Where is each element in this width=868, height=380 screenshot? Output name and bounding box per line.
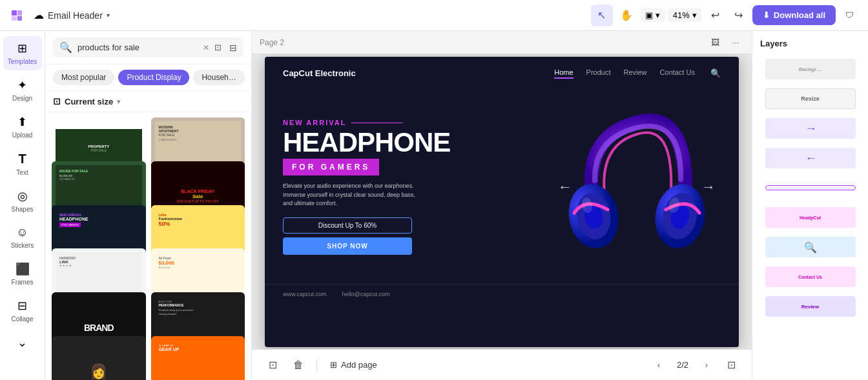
canvas-nav: CapCut Electronic Home Product Review Co… (265, 57, 739, 90)
templates-icon: ⊞ (17, 41, 27, 55)
page-save-button[interactable]: ⊡ (721, 355, 741, 375)
canvas-area: Page 2 🖼 ··· CapCut Electronic Home Prod… (252, 31, 752, 380)
sidebar-icons: ⊞ Templates ✦ Design ⬆ Upload T Text ◎ S… (0, 31, 45, 380)
sidebar-item-shapes[interactable]: ◎ Shapes (3, 184, 42, 218)
zoom-chevron-icon: ▾ (656, 10, 660, 20)
layer-search-preview: 🔍 (765, 237, 856, 257)
add-page-button[interactable]: ⊞ Add page (325, 357, 382, 372)
layer-item-line[interactable] (752, 174, 868, 202)
sidebar-item-frames[interactable]: ⬛ Frames (3, 257, 42, 291)
canvas-next-arrow[interactable]: → (701, 179, 716, 195)
design-icon: ✦ (17, 78, 27, 92)
canvas-nav-links: Home Product Review Contact Us (554, 68, 695, 79)
logo (8, 6, 26, 25)
sidebar-item-design[interactable]: ✦ Design (3, 73, 42, 107)
sidebar-item-collage[interactable]: ⊟ Collage (3, 294, 42, 328)
collage-icon: ⊟ (17, 299, 27, 313)
layer-bg-preview: Backgr… (765, 59, 856, 79)
layer-resize-preview: Resize (765, 88, 856, 109)
layer-item-review[interactable]: Review (752, 292, 868, 321)
template-thumb[interactable]: ★ GEAR UP GEAR UP (151, 336, 245, 380)
download-button[interactable]: ⬇ Download all (752, 5, 836, 25)
delete-page-button[interactable]: 🗑 (288, 355, 309, 375)
layer-item-search[interactable]: 🔍 (752, 233, 868, 261)
frame-selector[interactable]: ▣ ▾ (640, 8, 665, 23)
sidebar-item-label: Text (16, 169, 28, 176)
canvas-page: CapCut Electronic Home Product Review Co… (265, 57, 739, 347)
zoom-control[interactable]: 41% ▾ (668, 8, 702, 23)
layer-item-arrow-left[interactable]: ← (752, 144, 868, 172)
canvas-image-icon[interactable]: 🖼 (707, 34, 723, 51)
canvas-search-icon[interactable]: 🔍 (710, 68, 721, 78)
sidebar-item-templates[interactable]: ⊞ Templates (3, 36, 42, 70)
layer-contact-preview: Contact Us (765, 266, 856, 287)
undo-button[interactable]: ↩ (705, 5, 727, 26)
search-clear-button[interactable]: ✕ (203, 43, 209, 52)
canvas-nav-contact[interactable]: Contact Us (660, 68, 695, 79)
canvas-subheadline: FOR GAMERS (283, 159, 379, 175)
size-chevron-icon: ▾ (117, 98, 120, 105)
canvas-prev-arrow[interactable]: ← (558, 179, 572, 195)
discount-btn-label: Discount Up To 60% (318, 222, 377, 229)
canvas-discount-button[interactable]: Discount Up To 60% (283, 217, 412, 234)
hand-tool-button[interactable]: ✋ (615, 5, 637, 26)
layers-title: Layers (752, 39, 868, 55)
canvas-headline: HEADPHONE (283, 129, 540, 156)
next-page-button[interactable]: › (698, 356, 716, 374)
canvas-nav-product[interactable]: Product (586, 68, 611, 79)
filter-tag-household[interactable]: Househ… (193, 70, 244, 85)
sidebar-item-stickers[interactable]: ☺ Stickers (3, 221, 42, 254)
filter-tag-product-display[interactable]: Product Display (118, 70, 189, 85)
search-input[interactable] (78, 43, 198, 52)
doc-selector[interactable]: ☁ Email Header ▾ (34, 9, 110, 21)
layer-item-arrow-right[interactable]: → (752, 114, 868, 143)
search-icon: 🔍 (59, 41, 72, 54)
frames-icon: ⬛ (16, 262, 30, 276)
layer-item-background[interactable]: Backgr… (752, 55, 868, 83)
doc-name: Email Header (48, 10, 103, 21)
canvas-brand: CapCut Electronic (283, 68, 356, 78)
sidebar-item-upload[interactable]: ⬆ Upload (3, 110, 42, 144)
shield-button[interactable]: 🛡 (838, 5, 860, 26)
shapes-icon: ◎ (17, 189, 28, 203)
templates-grid: PROPERTY FOR SALE 🛏 4 🚿 3 📐 2 MODERN APA… (45, 112, 251, 380)
size-selector[interactable]: ⊡ Current size ▾ (45, 91, 251, 112)
canvas-shop-button[interactable]: SHOP NOW (283, 237, 412, 255)
image-search-icon[interactable]: ⊡ (214, 43, 222, 52)
canvas-nav-home[interactable]: Home (554, 68, 573, 79)
topbar: ☁ Email Header ▾ ↖ ✋ ▣ ▾ 41% ▾ ↩ ↪ ⬇ Dow… (0, 0, 868, 31)
arrival-line (351, 123, 403, 123)
layer-arrow-right-preview: → (765, 118, 856, 139)
canvas-more-icon[interactable]: ··· (727, 34, 744, 51)
canvas-new-arrival: NEW ARRIVAL (283, 119, 540, 126)
search-input-wrap: 🔍 ✕ ⊡ ⊟ (53, 37, 243, 57)
sidebar-item-label: Frames (12, 279, 34, 286)
filter-tag-most-popular[interactable]: Most popular (53, 70, 114, 85)
canvas-description: Elevate your audio experience with our e… (283, 182, 425, 208)
layer-item-resize[interactable]: Resize (752, 85, 868, 113)
stickers-icon: ☺ (16, 226, 28, 239)
canvas-nav-review[interactable]: Review (624, 68, 647, 79)
select-tool-button[interactable]: ↖ (591, 5, 613, 26)
sidebar-item-more[interactable]: ⌄ (3, 330, 42, 355)
canvas-headphone: ← (553, 97, 721, 277)
save-to-page-button[interactable]: ⊡ (262, 355, 283, 375)
canvas-wrapper: CapCut Electronic Home Product Review Co… (252, 54, 752, 349)
prev-page-button[interactable]: ‹ (650, 356, 668, 374)
layer-item-heading[interactable]: HeadpCut (752, 203, 868, 232)
search-bar: 🔍 ✕ ⊡ ⊟ (45, 31, 251, 65)
add-page-label: Add page (341, 360, 377, 370)
download-label: Download all (774, 10, 825, 20)
bottom-bar: ⊡ 🗑 ⊞ Add page ‹ 2/2 › ⊡ (252, 349, 752, 380)
layer-item-contact[interactable]: Contact Us (752, 263, 868, 291)
sidebar-item-label: Templates (8, 58, 37, 65)
template-thumb[interactable]: 👩 (52, 336, 146, 380)
filter-icon[interactable]: ⊟ (229, 43, 237, 53)
toolbar: ↖ ✋ ▣ ▾ 41% ▾ ↩ ↪ ⬇ Download all 🛡 (591, 5, 860, 26)
layer-heading-preview: HeadpCut (765, 207, 856, 228)
sidebar-item-text[interactable]: T Text (3, 146, 42, 181)
frame-icon: ▣ (645, 10, 653, 20)
redo-button[interactable]: ↪ (728, 5, 750, 26)
canvas-options: 🖼 ··· (707, 34, 744, 51)
sidebar-item-label: Collage (12, 315, 34, 323)
